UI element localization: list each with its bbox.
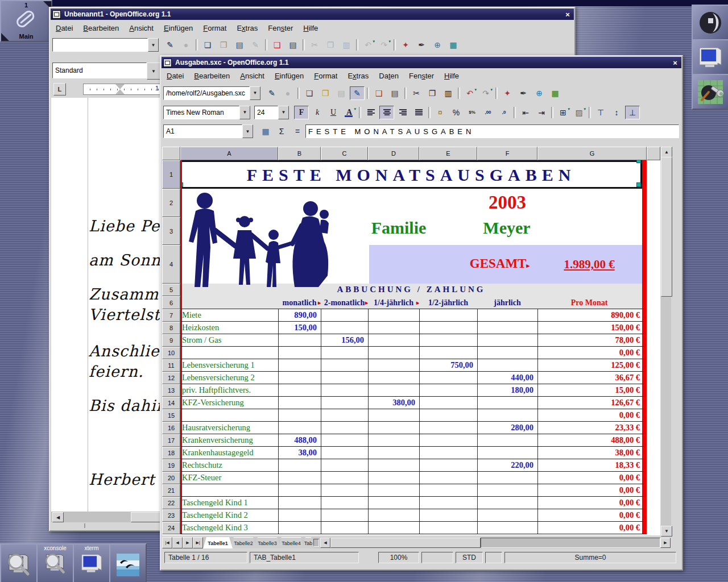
scroll-up-arrow[interactable]: ▲	[661, 147, 672, 157]
edit-file-icon[interactable]: ✎	[248, 38, 263, 52]
cell-A23[interactable]: Taschengeld Kind 2	[182, 509, 276, 521]
save-document-icon[interactable]: ▤	[232, 38, 247, 52]
cell-F16[interactable]: 280,00	[477, 422, 533, 434]
cell-A12[interactable]: Lebensversicherung 2	[182, 372, 276, 384]
sheet-first-button[interactable]: |◀	[162, 537, 172, 548]
sheet-last-button[interactable]: ▶|	[193, 537, 203, 548]
scrollbar-thumb[interactable]	[661, 157, 672, 297]
increase-indent-icon[interactable]: ⇥	[534, 106, 549, 119]
font-name-field[interactable]: Times New Roman	[163, 106, 239, 119]
menu-ansicht[interactable]: Ansicht	[124, 22, 159, 34]
row-header-15[interactable]: 15	[162, 409, 180, 422]
cell-A10[interactable]	[182, 347, 276, 359]
cell-F12[interactable]: 440,00	[477, 372, 533, 384]
cell-B17[interactable]: 488,00	[278, 434, 317, 446]
column-header-C[interactable]: C	[321, 147, 368, 160]
function-wizard-icon[interactable]: ▦	[258, 124, 273, 138]
tab-scrollbar-splitter[interactable]	[313, 539, 319, 547]
status-page-style[interactable]: TAB_Tabelle1	[250, 552, 359, 563]
underline-icon[interactable]: U	[326, 106, 341, 119]
status-sum[interactable]: Summe=0	[504, 552, 676, 563]
currency-format-icon[interactable]: ¤	[433, 106, 448, 119]
sheet-tab-tabelle3[interactable]: Tabelle3	[254, 537, 280, 548]
launcher-terminal[interactable]	[692, 39, 728, 75]
status-selection-mode[interactable]: STD	[456, 552, 483, 563]
add-decimal-icon[interactable]: ,00	[481, 106, 495, 119]
row-header-8[interactable]: 8	[162, 322, 180, 334]
cell-B8[interactable]: 150,00	[278, 322, 317, 334]
cell-F19[interactable]: 220,00	[477, 459, 533, 471]
dock-button-magnifier[interactable]	[0, 543, 38, 582]
cell-A17[interactable]: Krankenversicherung	[182, 434, 276, 446]
launcher-tools[interactable]	[692, 74, 728, 110]
cell-G11[interactable]: 125,00 €	[537, 359, 640, 371]
cell-G10[interactable]: 0,00 €	[537, 347, 640, 359]
period-header-G[interactable]: Pro Monat	[537, 297, 641, 309]
indent-marker[interactable]	[115, 84, 125, 89]
cell-G20[interactable]: 0,00 €	[537, 472, 640, 484]
sheet-tab-tabelle1[interactable]: Tabelle1	[203, 537, 233, 548]
cell-F13[interactable]: 180,00	[477, 384, 533, 396]
save-document-icon[interactable]: ▤	[334, 86, 349, 100]
navigator-icon[interactable]: ✦	[500, 86, 515, 100]
sheet-tab-tab[interactable]: Tab	[302, 537, 315, 548]
scroll-down-arrow[interactable]: ▼	[661, 526, 672, 537]
gallery-icon[interactable]: ▦	[446, 38, 461, 52]
cell-G8[interactable]: 150,00 €	[537, 322, 640, 334]
function-icon[interactable]: =	[290, 124, 305, 138]
row-header-3[interactable]: 3	[162, 217, 180, 245]
spreadsheet-area[interactable]: 2003 Familie Meyer GESAMT▸ 1.989,00 € AB…	[162, 147, 660, 535]
stylist-icon[interactable]: ✒	[414, 38, 429, 52]
row-header-12[interactable]: 12	[162, 372, 180, 384]
align-left-icon[interactable]	[363, 106, 378, 119]
row-header-18[interactable]: 18	[162, 447, 180, 459]
cell-B18[interactable]: 38,00	[278, 447, 317, 459]
menu-format[interactable]: Format	[309, 70, 342, 82]
edit-file-icon[interactable]: ✎	[350, 86, 365, 100]
gallery-icon[interactable]: ▦	[548, 86, 562, 100]
row-header-23[interactable]: 23	[162, 509, 180, 522]
align-bottom-icon[interactable]: ⊥	[625, 106, 640, 119]
menu-format[interactable]: Format	[198, 22, 231, 34]
column-header-A[interactable]: A	[180, 147, 278, 160]
cell-C9[interactable]: 156,00	[321, 334, 364, 346]
cell-A13[interactable]: priv. Haftpflichtvers.	[182, 384, 276, 396]
sum-icon[interactable]: Σ	[274, 124, 289, 138]
cell-A18[interactable]: Krankenhaustagegeld	[182, 447, 276, 459]
cell-A14[interactable]: KFZ-Versicherung	[182, 397, 276, 409]
open-document-icon[interactable]: ❒	[318, 86, 333, 100]
status-zoom[interactable]: 100%	[378, 552, 419, 563]
column-header-G[interactable]: G	[537, 147, 647, 160]
stop-loading-icon[interactable]: ●	[179, 38, 193, 52]
cell-A24[interactable]: Taschengeld Kind 3	[182, 522, 276, 534]
cell-G22[interactable]: 0,00 €	[537, 497, 640, 509]
print-icon[interactable]: ▤	[286, 38, 300, 52]
cell-E11[interactable]: 750,00	[419, 359, 473, 371]
menu-extras[interactable]: Extras	[342, 70, 374, 82]
menu-ansicht[interactable]: Ansicht	[235, 70, 270, 82]
align-justify-icon[interactable]	[411, 106, 426, 119]
status-insert-mode[interactable]	[421, 552, 453, 563]
copy-icon[interactable]: ❐	[425, 86, 440, 100]
menu-datei[interactable]: Datei	[162, 70, 189, 82]
url-dropdown-arrow[interactable]: ▼	[148, 38, 159, 52]
undo-icon[interactable]: ↶▾	[361, 38, 375, 52]
cell-year[interactable]: 2003	[477, 192, 537, 213]
cell-A19[interactable]: Rechtschutz	[182, 459, 276, 471]
cell-G15[interactable]: 0,00 €	[537, 409, 640, 421]
scroll-left-arrow[interactable]: ◀	[52, 512, 64, 522]
pager-main-button[interactable]: 1 Main	[0, 0, 52, 42]
row-header-1[interactable]: 1	[162, 160, 180, 189]
writer-titlebar[interactable]: Unbenannt1 - OpenOffice.org 1.1 ×	[51, 9, 574, 20]
row-header-9[interactable]: 9	[162, 334, 180, 347]
column-header-D[interactable]: D	[368, 147, 419, 160]
paste-icon[interactable]: ▥	[441, 86, 456, 100]
export-pdf-icon[interactable]: ❑	[270, 38, 284, 52]
menu-datei[interactable]: Datei	[51, 22, 78, 34]
menu-einfügen[interactable]: Einfügen	[270, 70, 309, 82]
menu-hilfe[interactable]: Hilfe	[298, 22, 323, 34]
row-header-24[interactable]: 24	[162, 522, 180, 534]
scrollbar-trough[interactable]	[481, 538, 660, 548]
align-top-icon[interactable]: ⊤	[593, 106, 608, 119]
cell-A22[interactable]: Taschengeld Kind 1	[182, 497, 276, 509]
